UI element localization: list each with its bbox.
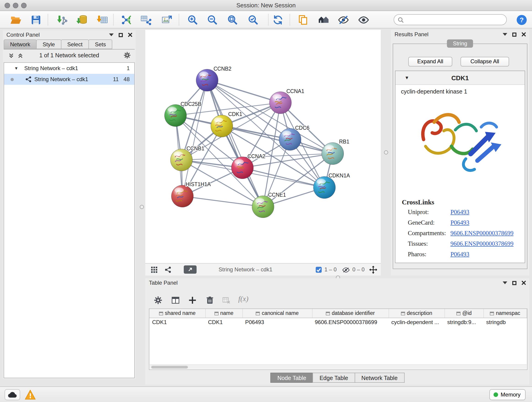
tab-network[interactable]: Network <box>4 39 37 49</box>
edge-HIST1H1A-CCNE1[interactable] <box>182 196 263 207</box>
zoom-out-button[interactable] <box>206 13 219 26</box>
cell-database-identifier[interactable]: 9606.ENSP00000378699 <box>312 318 389 326</box>
protein-card-collapse-button[interactable]: ▼ <box>405 75 409 80</box>
protein-card-header[interactable]: ▼ CDK1 <box>395 71 525 85</box>
delete-column-button[interactable] <box>205 296 215 305</box>
crosslink-link[interactable]: 9606.ENSP00000378699 <box>450 230 513 237</box>
crosslinks-heading: CrossLinks <box>402 198 434 206</box>
table-row[interactable]: CDK1 CDK1 P06493 9606.ENSP00000378699 cy… <box>149 318 527 326</box>
show-columns-button[interactable] <box>171 296 180 305</box>
crosslink-link[interactable]: P06493 <box>450 251 469 258</box>
expand-all-button[interactable]: Expand All <box>408 57 452 66</box>
import-network-file-button[interactable] <box>56 13 69 26</box>
edge-CCNB2-HIST1H1A[interactable] <box>182 80 207 196</box>
cloud-button[interactable] <box>5 389 20 400</box>
node-HIST1H1A[interactable]: HIST1H1A <box>171 181 211 207</box>
cell-id[interactable]: stringdb:9... <box>444 318 483 326</box>
tab-node-table[interactable]: Node Table <box>271 373 313 383</box>
collapse-all-button[interactable]: Collapse All <box>461 57 509 66</box>
tab-network-table[interactable]: Network Table <box>355 373 404 383</box>
table-panel-float-button[interactable] <box>512 281 516 285</box>
column-header-shared-name[interactable]: shared name <box>149 309 205 318</box>
import-network-database-button[interactable] <box>76 13 89 26</box>
node-CCNA1[interactable]: CCNA1 <box>269 88 304 114</box>
string-source-badge[interactable]: String <box>447 39 473 48</box>
zoom-in-button[interactable] <box>186 13 199 26</box>
table-settings-gear-button[interactable] <box>153 296 163 305</box>
column-header-name[interactable]: name <box>205 309 242 318</box>
node-CCNB1[interactable]: CCNB1 <box>171 146 204 171</box>
node-RB1[interactable]: RB1 <box>322 139 349 165</box>
column-header-canonical-name[interactable]: canonical name <box>242 309 312 318</box>
apply-layout-button[interactable] <box>272 13 285 26</box>
selected-nodes-checkbox[interactable] <box>316 267 322 273</box>
help-button[interactable]: ? <box>515 13 528 26</box>
results-panel-menu-button[interactable] <box>503 33 507 36</box>
disclosure-triangle-icon[interactable]: ▼ <box>14 63 18 74</box>
edge-CCNB2-CCNA1[interactable] <box>207 80 280 103</box>
cell-name[interactable]: CDK1 <box>205 318 242 326</box>
table-panel-close-button[interactable] <box>521 281 526 285</box>
network-share-button[interactable] <box>165 266 171 273</box>
add-column-button[interactable] <box>188 296 197 305</box>
control-panel-close-button[interactable] <box>128 32 133 37</box>
control-panel-menu-button[interactable] <box>109 33 114 36</box>
save-session-button[interactable] <box>30 13 43 26</box>
warnings-button[interactable] <box>25 390 36 400</box>
table-hscrollbar[interactable] <box>150 364 526 369</box>
network-canvas[interactable]: CCNB2CCNA1CDC25BCDK1CDC6RB1CCNB1CCNA2CDK… <box>145 30 381 263</box>
cell-namespace[interactable]: stringdb <box>483 318 527 326</box>
memory-button[interactable]: Memory <box>489 389 526 400</box>
new-network-from-table-button[interactable] <box>140 13 152 26</box>
results-panel-close-button[interactable] <box>521 32 526 37</box>
left-splitter-handle[interactable] <box>140 205 144 209</box>
grid-view-button[interactable] <box>151 266 158 273</box>
crosslink-label: Uniprot: <box>408 209 429 216</box>
search-field[interactable] <box>394 14 507 25</box>
formula-builder-button[interactable]: f(x) <box>238 295 248 303</box>
right-splitter-handle[interactable] <box>384 150 388 154</box>
import-table-file-button[interactable] <box>96 13 109 26</box>
crosslink-link[interactable]: P06493 <box>450 209 469 216</box>
node-CDK1[interactable]: CDK1 <box>211 111 242 137</box>
new-network-from-selection-button[interactable] <box>120 13 133 26</box>
network-options-gear-button[interactable] <box>123 51 131 59</box>
export-image-button[interactable] <box>160 13 173 26</box>
column-header-namespace[interactable]: namespac <box>483 309 527 318</box>
table-panel-menu-button[interactable] <box>503 281 507 284</box>
tab-sets[interactable]: Sets <box>89 39 112 49</box>
column-header-id[interactable]: @id <box>444 309 483 318</box>
node-gloss-highlight <box>317 179 326 184</box>
edge-CCNB2-CCNE1[interactable] <box>207 80 263 207</box>
table-hscrollbar-thumb[interactable] <box>151 366 188 369</box>
hidden-eye-icon[interactable] <box>342 267 350 273</box>
hide-selected-button[interactable] <box>337 13 350 26</box>
copy-button[interactable] <box>297 13 310 26</box>
cell-shared-name[interactable]: CDK1 <box>149 318 205 326</box>
cell-canonical-name[interactable]: P06493 <box>242 318 312 326</box>
column-header-database-identifier[interactable]: database identifier <box>312 309 389 318</box>
network-row[interactable]: String Network – cdk1 11 48 <box>4 74 134 85</box>
node-CCNB2[interactable]: CCNB2 <box>196 66 231 91</box>
open-session-button[interactable] <box>10 13 22 26</box>
search-input[interactable] <box>406 17 503 23</box>
zoom-fit-button[interactable] <box>226 13 239 26</box>
pan-tool-button[interactable] <box>369 265 378 274</box>
zoom-selected-button[interactable] <box>247 13 260 26</box>
control-panel-float-button[interactable] <box>119 33 123 37</box>
delete-table-button[interactable] <box>222 296 231 305</box>
toolbar-separator <box>48 14 48 26</box>
open-in-window-button[interactable] <box>184 265 196 274</box>
table-panel: Table Panel <box>145 278 529 385</box>
tab-edge-table[interactable]: Edge Table <box>313 373 355 383</box>
home-button[interactable] <box>317 13 330 26</box>
tab-select[interactable]: Select <box>61 39 89 49</box>
crosslink-link[interactable]: 9606.ENSP00000378699 <box>450 240 513 248</box>
cell-description[interactable]: cyclin-dependent ... <box>389 318 444 326</box>
crosslink-link[interactable]: P06493 <box>450 219 469 226</box>
results-panel-float-button[interactable] <box>512 32 516 36</box>
network-collection-row[interactable]: ▼ String Network – cdk1 1 <box>4 63 134 74</box>
show-all-button[interactable] <box>357 13 370 26</box>
tab-style[interactable]: Style <box>36 39 61 49</box>
column-header-description[interactable]: description <box>389 309 444 318</box>
